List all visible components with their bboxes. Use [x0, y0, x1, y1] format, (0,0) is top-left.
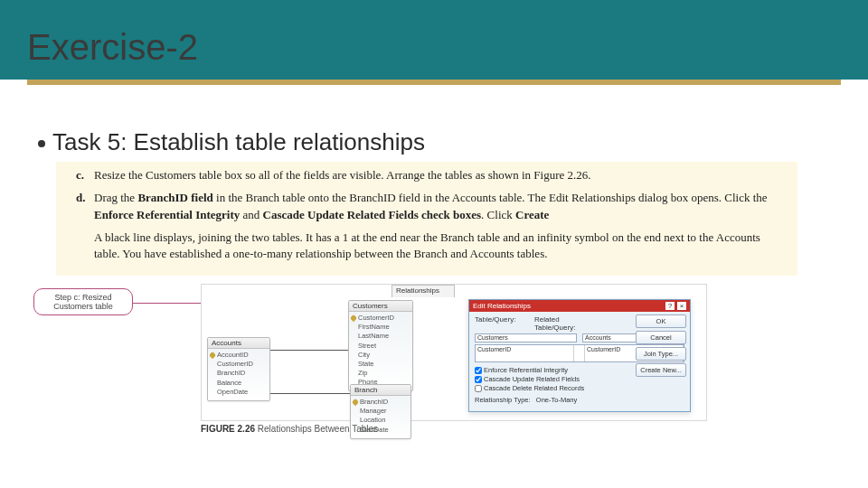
- dialog-title-text: Edit Relationships: [473, 302, 531, 310]
- step-c-text: Resize the Customers table box so all of…: [94, 167, 788, 184]
- table-customers: Customers CustomerID FirstName LastName …: [348, 300, 413, 391]
- step-c-letter: c.: [76, 167, 94, 184]
- help-icon[interactable]: ?: [665, 302, 675, 310]
- table-accounts-fields: AccountID CustomerID BranchID Balance Op…: [208, 349, 269, 400]
- dialog-buttons: OK Cancel Join Type... Create New...: [636, 314, 686, 377]
- relationship-type-row: Relationship Type: One-To-Many: [475, 396, 684, 404]
- cancel-button[interactable]: Cancel: [636, 331, 686, 344]
- dialog-titlebar: Edit Relationships ? ×: [469, 300, 690, 312]
- bullet-icon: [38, 140, 45, 147]
- slide-title: Exercise-2: [27, 27, 198, 68]
- table-branch-title: Branch: [351, 385, 410, 396]
- relation-line-2: [270, 393, 350, 394]
- instructions-panel: c. Resize the Customers table box so all…: [56, 162, 797, 276]
- table-customers-fields: CustomerID FirstName LastName Street Cit…: [349, 312, 412, 390]
- step-d-explain: A black line displays, joining the two t…: [94, 230, 788, 264]
- bullet-text: Task 5: Establish table relationships: [52, 128, 425, 155]
- figure-area: Step c: Resized Customers table Relation…: [92, 281, 834, 462]
- body-area: Task 5: Establish table relationships c.…: [0, 80, 868, 462]
- rule-teal: [27, 72, 841, 76]
- label-related-table-query: Related Table/Query:: [534, 315, 589, 332]
- check-cascade-delete[interactable]: Cascade Delete Related Records: [475, 384, 684, 393]
- table-accounts: Accounts AccountID CustomerID BranchID B…: [207, 337, 270, 401]
- rule-gold: [27, 80, 841, 85]
- table-customers-title: Customers: [349, 301, 412, 312]
- step-d-text: Drag the BranchID field in the Branch ta…: [94, 190, 788, 224]
- bullet-task: Task 5: Establish table relationships: [38, 128, 841, 156]
- create-new-button[interactable]: Create New...: [636, 363, 686, 377]
- step-c: c. Resize the Customers table box so all…: [76, 167, 788, 184]
- table-accounts-title: Accounts: [208, 338, 269, 349]
- ok-button[interactable]: OK: [636, 314, 686, 328]
- callout-bubble: Step c: Resized Customers table: [33, 288, 133, 315]
- figure-caption: FIGURE 2.26 Relationships Between Tables: [201, 424, 378, 434]
- relationships-diagram: Relationships Accounts AccountID Custome…: [201, 284, 707, 421]
- select-table-query[interactable]: Customers: [475, 333, 577, 343]
- join-type-button[interactable]: Join Type...: [636, 347, 686, 361]
- label-table-query: Table/Query:: [475, 315, 529, 332]
- relationships-tab: Relationships: [392, 285, 455, 297]
- close-icon[interactable]: ×: [677, 302, 686, 310]
- step-d-letter: d.: [76, 190, 94, 224]
- step-d: d. Drag the BranchID field in the Branch…: [76, 190, 788, 224]
- edit-relationships-dialog: Edit Relationships ? × Table/Query: Rela…: [468, 299, 691, 412]
- relation-line-1: [270, 350, 348, 351]
